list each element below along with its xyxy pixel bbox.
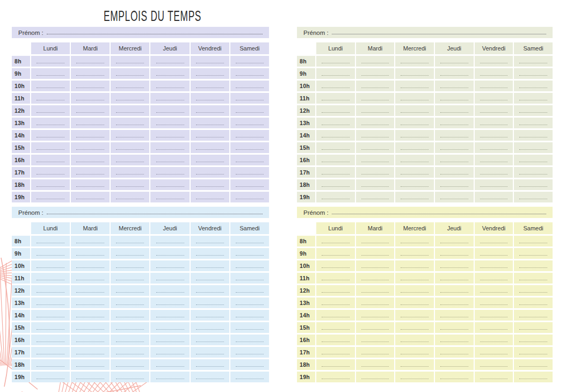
day-header: Lundi xyxy=(316,42,355,54)
schedule-cell xyxy=(514,297,553,308)
hour-label: 16h xyxy=(297,155,315,165)
schedule-cell xyxy=(191,68,229,79)
week-grid: LundiMardiMercrediJeudiVendrediSamedi8h9… xyxy=(297,222,553,382)
schedule-cell xyxy=(71,372,110,382)
dotted-line xyxy=(156,162,184,162)
schedule-cell xyxy=(111,285,149,296)
schedule-cell xyxy=(71,322,110,333)
dotted-line xyxy=(236,162,264,162)
dotted-line xyxy=(37,243,64,243)
schedule-cell xyxy=(150,273,189,284)
planner-spread: EMPLOIS DU TEMPS Prénom :LundiMardiMercr… xyxy=(0,0,566,392)
day-header: Vendredi xyxy=(191,222,229,234)
dotted-line xyxy=(440,63,468,63)
dotted-line xyxy=(156,342,184,342)
dotted-line xyxy=(76,255,104,256)
schedule-cell xyxy=(435,93,474,104)
dotted-line xyxy=(519,125,547,125)
schedule-cell xyxy=(111,192,149,202)
dotted-line xyxy=(401,329,429,330)
hour-label: 18h xyxy=(12,179,30,190)
schedule-cell xyxy=(150,130,189,141)
schedule-cell xyxy=(316,372,355,382)
dotted-line xyxy=(196,63,224,63)
dotted-line xyxy=(196,100,224,100)
schedule-cell xyxy=(71,285,110,296)
dotted-line xyxy=(322,75,350,76)
schedule-cell xyxy=(316,56,355,67)
schedule-cell xyxy=(31,81,70,91)
schedule-cell xyxy=(150,142,189,153)
dotted-line xyxy=(480,199,508,199)
schedule-cell xyxy=(71,236,110,246)
schedule-cell xyxy=(191,130,229,141)
schedule-cell xyxy=(395,105,434,116)
dotted-line xyxy=(236,149,264,150)
dotted-line xyxy=(236,199,264,199)
schedule-cell xyxy=(31,310,70,321)
schedule-cell xyxy=(31,372,70,382)
schedule-cell xyxy=(111,93,149,104)
dotted-line xyxy=(76,149,104,150)
dotted-line xyxy=(322,174,350,175)
schedule-cell xyxy=(71,142,110,153)
hour-label: 19h xyxy=(12,372,30,382)
schedule-cell xyxy=(395,273,434,284)
dotted-line xyxy=(37,112,64,113)
schedule-cell xyxy=(71,260,110,271)
schedule-cell xyxy=(395,260,434,271)
schedule-cell xyxy=(316,310,355,321)
dotted-line xyxy=(361,366,389,367)
dotted-line xyxy=(37,199,64,199)
dotted-line xyxy=(480,125,508,125)
dotted-line xyxy=(156,88,184,88)
schedule-cell xyxy=(475,68,513,79)
schedule-cell xyxy=(356,142,395,153)
schedule-cell xyxy=(316,142,355,153)
schedule-cell xyxy=(475,105,513,116)
schedule-cell xyxy=(191,285,229,296)
dotted-line xyxy=(519,292,547,293)
day-header: Samedi xyxy=(514,42,553,54)
schedule-cell xyxy=(395,297,434,308)
dotted-line xyxy=(401,366,429,367)
dotted-line xyxy=(196,149,224,150)
hour-label: 17h xyxy=(297,167,315,178)
dotted-line xyxy=(519,63,547,63)
dotted-line xyxy=(116,186,144,187)
dotted-line xyxy=(480,137,508,137)
schedule-cell xyxy=(395,93,434,104)
schedule-cell xyxy=(316,179,355,190)
dotted-line xyxy=(361,379,389,379)
schedule-cell xyxy=(395,248,434,259)
dotted-line xyxy=(361,342,389,342)
schedule-cell xyxy=(111,118,149,128)
dotted-line xyxy=(37,379,64,379)
dotted-line xyxy=(401,379,429,379)
dotted-line xyxy=(440,186,468,187)
schedule-table-bottom-left: Prénom :LundiMardiMercrediJeudiVendrediS… xyxy=(12,207,269,382)
schedule-cell xyxy=(395,192,434,202)
dotted-line xyxy=(236,63,264,63)
hour-label: 15h xyxy=(297,322,315,333)
hour-label: 17h xyxy=(12,167,30,178)
schedule-cell xyxy=(475,372,513,382)
schedule-cell xyxy=(230,142,269,153)
schedule-cell xyxy=(514,56,553,67)
schedule-cell xyxy=(356,310,395,321)
week-grid: LundiMardiMercrediJeudiVendrediSamedi8h9… xyxy=(297,42,553,202)
name-row: Prénom : xyxy=(12,207,269,218)
dotted-line xyxy=(361,292,389,293)
dotted-line xyxy=(37,162,64,162)
dotted-line xyxy=(361,354,389,354)
dotted-line xyxy=(440,342,468,342)
dotted-line xyxy=(440,174,468,175)
hour-label: 12h xyxy=(12,285,30,296)
dotted-line xyxy=(76,292,104,293)
schedule-cell xyxy=(435,273,474,284)
day-header: Lundi xyxy=(316,222,355,234)
schedule-cell xyxy=(395,359,434,370)
schedule-cell xyxy=(475,236,513,246)
dotted-line xyxy=(322,125,350,125)
dotted-line xyxy=(76,329,104,330)
